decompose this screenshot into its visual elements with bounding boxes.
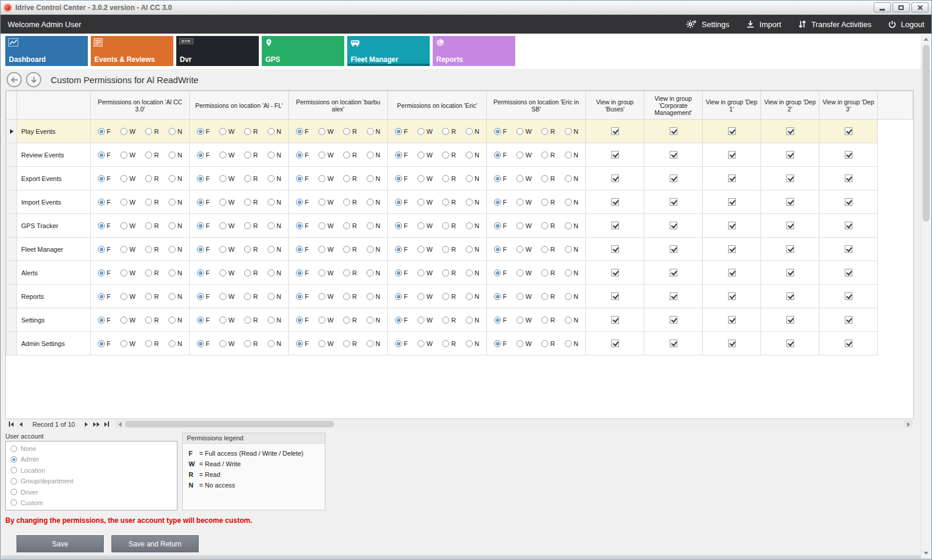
radio-option-f[interactable]: F [395, 293, 408, 300]
radio-option-w[interactable]: W [417, 269, 432, 276]
checkbox-checked-icon[interactable] [611, 127, 619, 135]
radio-option-n[interactable]: N [466, 340, 479, 347]
checkbox-checked-icon[interactable] [786, 245, 794, 253]
radio-option-f[interactable]: F [296, 246, 309, 253]
radio-option-f[interactable]: F [494, 128, 507, 135]
checkbox-checked-icon[interactable] [845, 222, 852, 229]
radio-option-w[interactable]: W [516, 269, 531, 276]
radio-option-n[interactable]: N [169, 151, 182, 159]
checkbox-checked-icon[interactable] [786, 269, 794, 276]
row-indicator[interactable] [6, 285, 17, 308]
permission-name-cell[interactable]: Admin Settings [17, 332, 91, 355]
checkbox-checked-icon[interactable] [786, 292, 794, 300]
radio-option-r[interactable]: R [244, 317, 258, 324]
radio-option-f[interactable]: F [296, 199, 309, 206]
radio-option-n[interactable]: N [466, 269, 479, 276]
radio-option-w[interactable]: W [318, 222, 333, 229]
radio-option-w[interactable]: W [219, 340, 234, 347]
radio-option-n[interactable]: N [565, 175, 578, 182]
radio-option-w[interactable]: W [120, 128, 135, 135]
radio-option-w[interactable]: W [318, 246, 333, 253]
radio-option-n[interactable]: N [367, 175, 380, 182]
tab-dvr[interactable]: DVRDvr [176, 36, 259, 66]
radio-option-w[interactable]: W [417, 246, 432, 253]
radio-option-r[interactable]: R [244, 340, 258, 347]
radio-option-f[interactable]: F [494, 175, 507, 182]
radio-option-w[interactable]: W [516, 222, 531, 229]
radio-option-w[interactable]: W [516, 317, 531, 324]
radio-option-f[interactable]: F [296, 317, 309, 324]
radio-option-n[interactable]: N [466, 151, 479, 159]
radio-option-r[interactable]: R [145, 246, 159, 253]
radio-option-f[interactable]: F [197, 340, 210, 347]
permission-name-cell[interactable]: Settings [17, 308, 91, 332]
radio-option-f[interactable]: F [98, 317, 111, 324]
radio-option-n[interactable]: N [367, 222, 380, 229]
radio-option-n[interactable]: N [367, 199, 380, 206]
radio-option-r[interactable]: R [442, 317, 456, 324]
radio-option-f[interactable]: F [197, 246, 210, 253]
radio-option-r[interactable]: R [145, 128, 159, 135]
account-type-option-location[interactable]: Location [11, 467, 172, 474]
row-indicator[interactable] [6, 308, 17, 332]
radio-option-f[interactable]: F [296, 175, 309, 182]
radio-option-r[interactable]: R [541, 151, 555, 159]
radio-option-f[interactable]: F [98, 128, 111, 135]
radio-option-n[interactable]: N [169, 293, 182, 300]
radio-option-n[interactable]: N [268, 340, 281, 347]
radio-option-f[interactable]: F [494, 340, 507, 347]
checkbox-checked-icon[interactable] [845, 174, 852, 182]
radio-option-w[interactable]: W [417, 128, 432, 135]
radio-option-r[interactable]: R [145, 151, 159, 159]
tab-dashboard[interactable]: Dashboard [5, 36, 88, 66]
radio-option-n[interactable]: N [565, 293, 578, 300]
column-header-group[interactable]: View in group 'Dep 1' [703, 91, 761, 120]
checkbox-checked-icon[interactable] [845, 245, 852, 253]
radio-option-f[interactable]: F [296, 151, 309, 159]
radio-option-w[interactable]: W [318, 175, 333, 182]
radio-option-n[interactable]: N [268, 317, 281, 324]
radio-option-r[interactable]: R [145, 340, 159, 347]
radio-option-f[interactable]: F [494, 151, 507, 159]
permission-name-cell[interactable]: Alerts [17, 261, 91, 285]
radio-option-r[interactable]: R [343, 246, 357, 253]
radio-option-n[interactable]: N [565, 199, 578, 206]
radio-option-f[interactable]: F [494, 317, 507, 324]
save-and-return-button[interactable]: Save and Return [111, 535, 199, 552]
radio-option-n[interactable]: N [169, 199, 182, 206]
horizontal-scrollbar-thumb[interactable] [125, 421, 334, 427]
radio-option-r[interactable]: R [442, 340, 456, 347]
radio-option-w[interactable]: W [516, 293, 531, 300]
scroll-down-arrow-icon[interactable] [921, 549, 931, 558]
radio-option-n[interactable]: N [268, 222, 281, 229]
radio-option-w[interactable]: W [417, 293, 432, 300]
radio-option-w[interactable]: W [120, 317, 135, 324]
radio-option-r[interactable]: R [244, 222, 258, 229]
radio-option-f[interactable]: F [395, 128, 408, 135]
topbar-action-logout[interactable]: Logout [888, 20, 924, 29]
radio-option-w[interactable]: W [219, 246, 234, 253]
radio-option-r[interactable]: R [541, 293, 555, 300]
row-indicator[interactable] [6, 238, 17, 261]
next-record-button[interactable] [82, 420, 91, 429]
radio-option-f[interactable]: F [395, 175, 408, 182]
radio-option-n[interactable]: N [169, 246, 182, 253]
checkbox-checked-icon[interactable] [670, 222, 677, 229]
radio-option-w[interactable]: W [120, 222, 135, 229]
radio-option-f[interactable]: F [395, 246, 408, 253]
checkbox-checked-icon[interactable] [845, 292, 852, 300]
radio-option-r[interactable]: R [541, 246, 555, 253]
row-indicator[interactable] [6, 261, 17, 285]
checkbox-checked-icon[interactable] [670, 245, 677, 253]
radio-option-w[interactable]: W [516, 128, 531, 135]
row-indicator[interactable] [6, 143, 17, 167]
radio-option-r[interactable]: R [244, 199, 258, 206]
radio-option-f[interactable]: F [98, 222, 111, 229]
radio-option-w[interactable]: W [219, 175, 234, 182]
radio-option-f[interactable]: F [98, 293, 111, 300]
radio-option-w[interactable]: W [120, 246, 135, 253]
radio-option-f[interactable]: F [494, 222, 507, 229]
radio-option-r[interactable]: R [442, 128, 456, 135]
row-indicator[interactable] [6, 214, 17, 238]
checkbox-checked-icon[interactable] [728, 245, 736, 253]
